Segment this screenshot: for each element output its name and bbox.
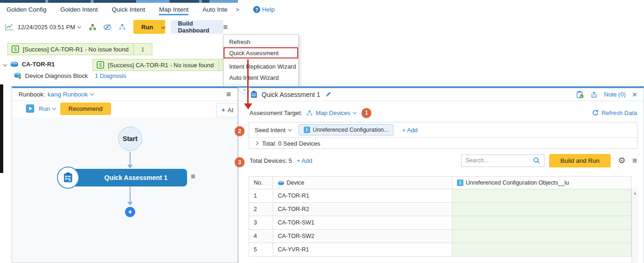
table-row[interactable]: 3 CA-TOR-SW1 <box>249 216 631 230</box>
node-menu-icon[interactable]: ≡ <box>191 173 195 180</box>
cell-intent-result[interactable] <box>452 189 631 203</box>
cell-no: 2 <box>249 203 273 216</box>
device-disk-icon <box>278 180 284 186</box>
table-row[interactable]: 4 CA-TOR-SW2 <box>249 230 631 243</box>
hide-view-eye-slash-icon[interactable] <box>103 23 112 31</box>
add-node-button[interactable]: + <box>125 207 135 217</box>
cell-device[interactable]: CA-TOR-R2 <box>273 203 452 216</box>
column-no[interactable]: No. <box>249 177 273 189</box>
runbook-label: Runbook: <box>19 91 45 98</box>
runbook-name-selector[interactable]: kang Runbook <box>48 91 94 98</box>
tab-overflow-chevron-icon[interactable]: > <box>236 6 239 15</box>
success-icon: S <box>97 61 104 69</box>
close-icon[interactable]: × <box>632 90 637 99</box>
cell-intent-result[interactable] <box>452 243 631 257</box>
success-count-badge[interactable]: 1 <box>133 44 152 55</box>
tab-quick-intent[interactable]: Quick Intent <box>112 6 145 15</box>
menu-separator <box>224 59 298 60</box>
table-row[interactable]: 5 CA-YVR-R1 <box>249 243 631 257</box>
cell-device[interactable]: CA-TOR-R1 <box>273 189 452 203</box>
scroll-up-icon[interactable]: ▲ <box>632 189 638 195</box>
help-icon: ? <box>253 6 260 13</box>
runbook-toolbar: Run Recommend <box>12 101 238 116</box>
cell-device[interactable]: CA-TOR-SW1 <box>273 216 452 230</box>
edit-pencil-icon[interactable] <box>325 91 331 98</box>
seed-intent-dropdown[interactable]: Seed Intent <box>255 127 291 134</box>
help-link[interactable]: ? Help <box>253 6 275 15</box>
menu-item-quick-assessment[interactable]: Quick Assessment <box>224 47 298 58</box>
seed-intent-chip[interactable]: I Unreferenced Configuration... <box>299 124 394 135</box>
cell-device[interactable]: CA-TOR-SW2 <box>273 230 452 243</box>
flow-node-quick-assessment[interactable]: Quick Assessment 1 <box>66 169 187 186</box>
intent-icon: I <box>457 180 463 186</box>
background-window-edge <box>0 79 3 173</box>
menu-separator <box>224 84 298 84</box>
sitemap-icon[interactable] <box>119 24 126 30</box>
build-and-run-button[interactable]: Build and Run <box>549 154 611 167</box>
search-box <box>461 154 544 167</box>
runbook-menu-icon[interactable]: ≡ <box>226 90 231 98</box>
flow-start-node[interactable]: Start <box>118 127 142 151</box>
cell-intent-result[interactable] <box>452 203 631 216</box>
column-unreferenced-config[interactable]: I Unreferenced Configuration Objects__lu <box>452 177 631 189</box>
runbook-canvas[interactable]: Start Quick Assessment 1 ≡ + <box>12 118 238 263</box>
refresh-data-label: Refresh Data <box>601 109 637 116</box>
header-actions: Note (0) × <box>576 90 637 99</box>
diagnosis-link[interactable]: 1 Diagnosis <box>95 72 126 79</box>
device-name[interactable]: CA-TOR-R1 <box>22 61 55 68</box>
step-badge-1: 1 <box>362 108 371 118</box>
success-banner-top[interactable]: S [Success] CA-TOR-R1 - No issue found 1 <box>7 43 152 55</box>
chevron-right-icon[interactable] <box>255 141 258 145</box>
table-scrollbar[interactable]: ▲ <box>631 189 638 263</box>
tab-map-intent[interactable]: Map Intent <box>159 6 188 15</box>
run-button-label[interactable]: Run <box>133 20 161 34</box>
ai-label: AI <box>228 107 233 114</box>
column-device[interactable]: Device <box>273 177 452 189</box>
table-header-row: No. Device I Unreferenced Configuration … <box>249 177 631 189</box>
table-row[interactable]: 1 CA-TOR-R1 <box>249 189 631 203</box>
recommend-button[interactable]: Recommend <box>60 103 111 115</box>
note-link[interactable]: Note (0) <box>604 91 626 98</box>
play-icon[interactable] <box>26 104 34 113</box>
refresh-icon <box>592 109 599 116</box>
seed-total-row[interactable]: Total: 0 Seed Devices <box>249 137 637 149</box>
tree-expander-icon[interactable] <box>3 62 7 66</box>
export-icon[interactable] <box>590 91 598 98</box>
tab-auto-intent[interactable]: Auto Inte <box>202 6 227 15</box>
timestamp-selector[interactable]: 12/24/2025 03:51 PM <box>18 24 81 31</box>
run-split-button[interactable]: Run <box>133 20 165 34</box>
cell-device[interactable]: CA-YVR-R1 <box>273 243 452 257</box>
cell-intent-result[interactable] <box>452 216 631 230</box>
map-devices-icon <box>306 110 313 116</box>
screen: Golden Config Golden Intent Quick Intent… <box>0 0 644 263</box>
map-devices-selector[interactable]: Map Devices <box>316 109 356 116</box>
menu-item-auto-intent-wizard[interactable]: Auto Intent Wizard <box>224 72 298 83</box>
menu-item-refresh[interactable]: Refresh <box>224 36 298 47</box>
chevron-down-icon <box>90 92 94 96</box>
tab-golden-config[interactable]: Golden Config <box>6 6 46 15</box>
run-dropdown-caret[interactable] <box>161 20 166 34</box>
table-menu-icon[interactable]: ≡ <box>632 157 637 165</box>
seed-add-link[interactable]: + Add <box>402 127 418 134</box>
refresh-data-link[interactable]: Refresh Data <box>592 109 637 116</box>
assessment-report-icon[interactable] <box>576 90 584 98</box>
total-devices-label: Total Devices: 5 <box>250 157 292 164</box>
build-dashboard-button[interactable]: Build Dashboard <box>171 20 223 34</box>
runbook-run-label: Run <box>39 105 50 112</box>
tab-golden-intent[interactable]: Golden Intent <box>60 6 98 15</box>
toolbar-menu-icon[interactable]: ≡ <box>223 23 228 31</box>
search-icon[interactable] <box>533 157 540 164</box>
success-text: [Success] CA-TOR-R1 - No issue found <box>23 46 129 53</box>
search-input[interactable] <box>465 157 533 164</box>
success-banner-device[interactable]: S [Success] CA-TOR-R1 - No issue found 1 <box>93 59 238 71</box>
devices-add-link[interactable]: + Add <box>297 157 313 164</box>
gear-icon[interactable]: ⚙ <box>618 156 625 165</box>
cell-intent-result[interactable] <box>452 230 631 243</box>
hierarchy-view-icon[interactable] <box>89 24 96 31</box>
table-row[interactable]: 2 CA-TOR-R2 <box>249 203 631 216</box>
menu-item-intent-replication-wizard[interactable]: Intent Replication Wizard <box>224 61 298 72</box>
ai-button[interactable]: ✦ AI <box>216 103 238 117</box>
flow-arrow-icon <box>127 165 133 168</box>
chart-line-icon[interactable] <box>5 23 14 31</box>
runbook-run-button[interactable]: Run <box>39 105 56 112</box>
